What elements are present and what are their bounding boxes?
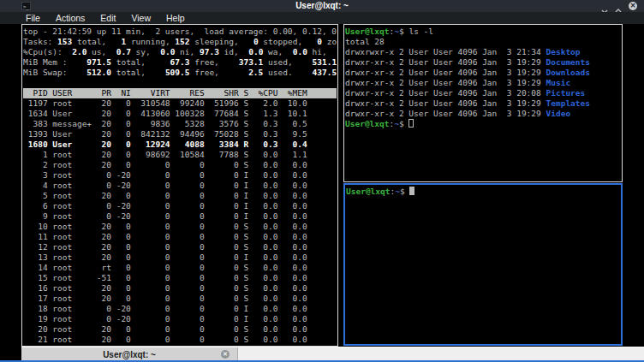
process-row: 3 root 0 -20 0 0 0 I 0.0 0.0	[23, 170, 337, 181]
blank-line	[23, 78, 337, 88]
process-row: 12 root 20 0 0 0 0 S 0.0 0.0	[23, 242, 337, 252]
top-summary-line: top - 21:42:59 up 11 min, 2 users, load …	[23, 27, 337, 37]
ls-output-line: drwxrwxr-x 2 User User 4096 Jan 3 21:34 …	[345, 47, 621, 57]
process-row: 10 root 20 0 0 0 0 S 0.0 0.0	[23, 222, 337, 232]
top-summary-line: MiB Mem : 971.5 total, 67.3 free, 373.1 …	[23, 57, 337, 68]
terminal-cursor	[408, 119, 414, 128]
prompt-line: User@lxqt:~$	[345, 119, 621, 129]
top-summary-line: MiB Swap: 512.0 total, 509.5 free, 2.5 u…	[23, 68, 337, 78]
tab-label: User@lxqt: ~	[103, 350, 156, 359]
menu-item-actions[interactable]: Actions	[48, 12, 92, 24]
process-row: 9 root 0 -20 0 0 0 I 0.0 0.0	[23, 211, 337, 222]
terminal-pane-shell-top-right[interactable]: User@lxqt:~$ ls -ltotal 28drwxrwxr-x 2 U…	[343, 24, 623, 182]
terminal-pane-top-output[interactable]: top - 21:42:59 up 11 min, 2 users, load …	[21, 24, 338, 347]
ls-output-line: drwxr-xr-x 2 User User 4096 Jan 3 19:29 …	[345, 109, 621, 119]
process-row: 5 root 20 0 0 0 0 I 0.0 0.0	[23, 191, 337, 201]
ls-output-line: drwxr-xr-x 2 User User 4096 Jan 3 19:29 …	[345, 78, 621, 88]
window-title: User@lxqt: ~	[0, 1, 644, 10]
process-row: 14 root rt 0 0 0 0 S 0.0 0.0	[23, 263, 337, 273]
tab-close-icon[interactable]: ✕	[221, 350, 230, 359]
ls-output-line: drwxr-xr-x 2 User User 4096 Jan 3 19:29 …	[345, 68, 621, 78]
tab-strip: User@lxqt: ~ ✕	[21, 347, 644, 360]
process-row: 1393 User 20 0 842132 94496 75028 S 0.3 …	[23, 129, 337, 139]
title-bar: >_ User@lxqt: ~ ✕	[0, 0, 644, 12]
menu-item-view[interactable]: View	[123, 12, 158, 24]
top-summary-line: Tasks: 153 total, 1 running, 152 sleepin…	[23, 37, 337, 47]
menu-item-edit[interactable]: Edit	[92, 12, 123, 24]
ls-output-line: drwxr-xr-x 2 User User 4096 Jan 3 19:29 …	[345, 98, 621, 109]
process-row: 17 root 20 0 0 0 0 S 0.0 0.0	[23, 294, 337, 304]
process-row: 13 root 20 0 0 0 0 I 0.0 0.0	[23, 252, 337, 263]
process-row: 20 root 20 0 0 0 0 S 0.0 0.0	[23, 324, 337, 335]
qterminal-window: >_ User@lxqt: ~ ✕ File Actions Edit View…	[0, 0, 644, 362]
process-row: 1 root 20 0 98692 10584 7788 S 0.0 1.1	[23, 150, 337, 160]
process-row-running: 1680 User 20 0 12924 4088 3384 R 0.3 0.4	[23, 139, 337, 150]
menu-item-help[interactable]: Help	[158, 12, 193, 24]
maximize-button[interactable]	[615, 3, 622, 9]
process-row: 16 root 20 0 0 0 0 S 0.0 0.0	[23, 283, 337, 294]
process-row: 2 root 20 0 0 0 0 S 0.0 0.0	[23, 160, 337, 170]
prompt-line: User@lxqt:~$	[346, 187, 620, 197]
ls-output-line: total 28	[345, 37, 621, 47]
process-row: 19 root 0 -20 0 0 0 I 0.0 0.0	[23, 314, 337, 324]
ls-output-line: drwxr-xr-x 2 User User 4096 Jan 3 19:29 …	[345, 57, 621, 68]
minimize-button[interactable]	[601, 3, 608, 9]
process-row: 11 root 20 0 0 0 0 S 0.0 0.0	[23, 232, 337, 242]
close-icon: ✕	[630, 2, 636, 9]
process-row: 15 root -51 0 0 0 0 S 0.0 0.0	[23, 273, 337, 283]
process-row: 6 root 0 -20 0 0 0 I 0.0 0.0	[23, 201, 337, 211]
process-table-header: PID USER PR NI VIRT RES SHR S %CPU %MEM	[23, 88, 337, 98]
menu-bar: File Actions Edit View Help	[0, 12, 644, 24]
tab-bar: User@lxqt: ~ ✕	[0, 347, 644, 360]
process-row: 1197 root 20 0 310548 99240 51996 S 2.0 …	[23, 98, 337, 109]
tab-user-lxqt[interactable]: User@lxqt: ~ ✕	[21, 347, 238, 361]
terminal-pane-shell-bottom-right-active[interactable]: User@lxqt:~$	[343, 183, 623, 346]
process-row: 18 root 0 -20 0 0 0 I 0.0 0.0	[23, 304, 337, 314]
ls-output-line: drwxr-xr-x 2 User User 4096 Jan 3 20:08 …	[345, 88, 621, 98]
process-row: 4 root 0 -20 0 0 0 I 0.0 0.0	[23, 181, 337, 191]
process-row: 21 root 20 0 0 0 0 S 0.0 0.0	[23, 335, 337, 345]
process-row: 1634 User 20 0 413060 100328 77684 S 1.3…	[23, 109, 337, 119]
process-row: 383 message+ 20 0 9836 5328 3576 S 0.3 0…	[23, 119, 337, 129]
close-button[interactable]: ✕	[629, 2, 637, 10]
terminal-cursor	[409, 187, 414, 195]
menu-item-file[interactable]: File	[18, 12, 48, 24]
top-summary-line: %Cpu(s): 2.0 us, 0.7 sy, 0.0 ni, 97.3 id…	[23, 47, 337, 57]
prompt-line: User@lxqt:~$ ls -l	[345, 27, 621, 37]
